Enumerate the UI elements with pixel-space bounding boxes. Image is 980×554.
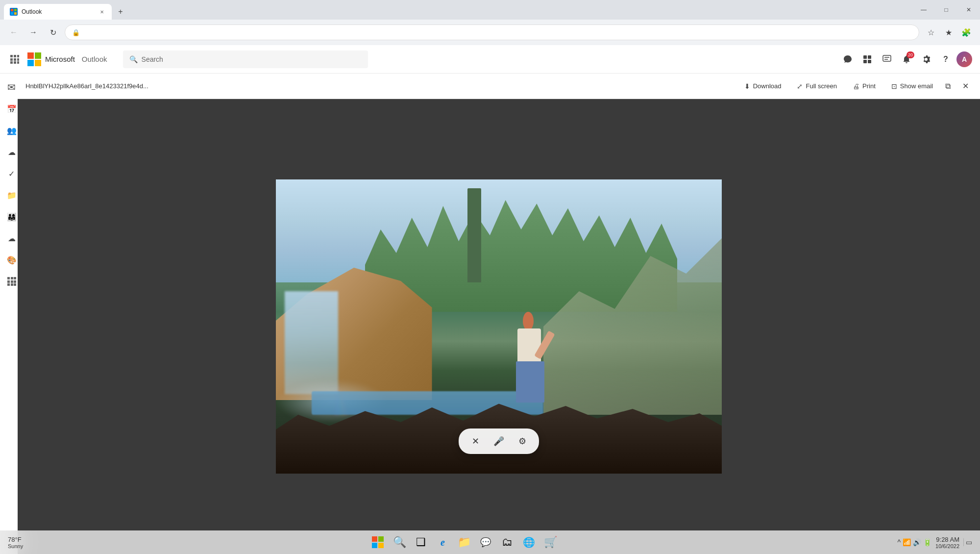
taskbar-search-button[interactable]: 🔍 xyxy=(390,532,409,552)
notifications-button[interactable]: 20 xyxy=(898,50,915,68)
svg-rect-8 xyxy=(14,58,16,61)
new-tab-button[interactable]: + xyxy=(114,5,127,19)
store-button[interactable]: 🛒 xyxy=(540,532,560,552)
svg-rect-15 xyxy=(27,60,34,66)
photo-area: ✕ 🎤 ⚙ xyxy=(18,99,980,554)
microsoft-logo[interactable]: Microsoft xyxy=(27,52,75,66)
feedback-button[interactable] xyxy=(878,50,896,68)
download-icon: ⬇ xyxy=(744,82,750,90)
svg-rect-26 xyxy=(14,277,16,279)
open-new-window-button[interactable]: ⧉ xyxy=(941,79,955,93)
svg-rect-10 xyxy=(10,61,13,64)
edge-browser-button[interactable]: e xyxy=(433,532,452,552)
download-label: Download xyxy=(753,82,782,90)
svg-rect-11 xyxy=(14,61,16,64)
floating-close-button[interactable]: ✕ xyxy=(466,432,484,450)
svg-rect-28 xyxy=(11,280,13,283)
svg-rect-18 xyxy=(868,55,871,59)
show-desktop-button[interactable]: ▭ xyxy=(963,538,972,546)
collections-button[interactable]: ★ xyxy=(941,25,956,40)
settings-button[interactable] xyxy=(917,50,935,68)
teams-button[interactable]: 💬 xyxy=(476,532,495,552)
close-viewer-button[interactable]: ✕ xyxy=(958,79,972,93)
svg-rect-31 xyxy=(11,283,13,286)
floating-mic-button[interactable]: 🎤 xyxy=(490,432,508,450)
taskbar-clock[interactable]: 9:28 AM 10/6/2022 xyxy=(935,536,959,549)
floating-settings-button[interactable]: ⚙ xyxy=(514,432,531,450)
svg-rect-14 xyxy=(35,52,41,59)
svg-rect-7 xyxy=(10,58,13,61)
attachment-viewer: HnblBlYHJ2pllkAe86arI_8e1423321f9e4d... … xyxy=(18,74,980,554)
tall-tree xyxy=(467,188,481,282)
svg-rect-1 xyxy=(14,9,17,11)
taskbar: 78°F Sunny 🔍 ❑ e 📁 💬 🗂 🌐 🛒 ^ 📶 🔊 🔋 xyxy=(0,530,980,554)
file-explorer-2-button[interactable]: 🗂 xyxy=(497,532,517,552)
show-email-button[interactable]: ⊡ Show email xyxy=(887,80,937,92)
fullscreen-button[interactable]: ⤢ Full screen xyxy=(793,80,841,92)
svg-rect-19 xyxy=(863,60,867,63)
svg-rect-2 xyxy=(11,12,13,15)
current-date: 10/6/2022 xyxy=(935,543,959,549)
print-icon: 🖨 xyxy=(853,82,859,90)
person-figure xyxy=(512,312,548,415)
attachment-right-actions: ⊡ Show email ⧉ ✕ xyxy=(887,79,972,93)
maximize-button[interactable]: □ xyxy=(935,0,957,20)
svg-rect-16 xyxy=(35,60,41,66)
svg-rect-32 xyxy=(14,283,16,286)
taskbar-left: 78°F Sunny xyxy=(8,536,31,549)
forward-button[interactable]: → xyxy=(25,25,41,40)
svg-rect-29 xyxy=(14,280,16,283)
taskbar-weather[interactable]: 78°F Sunny xyxy=(8,536,23,549)
browser-actions: ☆ ★ 🧩 xyxy=(923,25,974,40)
svg-rect-33 xyxy=(372,536,377,542)
chevron-up-icon[interactable]: ^ xyxy=(897,538,901,546)
volume-icon[interactable]: 🔊 xyxy=(913,538,921,546)
person-body xyxy=(517,328,540,365)
url-bar[interactable]: 🔒 xyxy=(65,25,919,40)
extensions-button[interactable]: 🧩 xyxy=(958,25,974,40)
back-button[interactable]: ← xyxy=(6,25,22,40)
tab-favicon xyxy=(10,8,18,16)
lock-icon: 🔒 xyxy=(72,29,80,36)
network-icon[interactable]: 📶 xyxy=(903,538,911,546)
svg-rect-36 xyxy=(378,543,384,548)
attachment-toolbar: HnblBlYHJ2pllkAe86arI_8e1423321f9e4d... … xyxy=(18,74,980,99)
refresh-button[interactable]: ↻ xyxy=(45,25,61,40)
svg-rect-4 xyxy=(10,55,13,57)
download-button[interactable]: ⬇ Download xyxy=(740,80,785,92)
person-pants xyxy=(516,361,544,403)
help-button[interactable]: ? xyxy=(937,50,955,68)
print-button[interactable]: 🖨 Print xyxy=(849,80,880,92)
current-time: 9:28 AM xyxy=(935,536,959,543)
svg-rect-0 xyxy=(11,9,13,11)
taskbar-right: ^ 📶 🔊 🔋 9:28 AM 10/6/2022 ▭ xyxy=(897,536,972,549)
taskbar-center: 🔍 ❑ e 📁 💬 🗂 🌐 🛒 xyxy=(31,532,897,552)
search-placeholder: Search xyxy=(142,55,163,63)
floating-toolbar: ✕ 🎤 ⚙ xyxy=(459,428,539,454)
battery-icon[interactable]: 🔋 xyxy=(923,538,931,546)
svg-rect-6 xyxy=(17,55,19,57)
outlook-header: Microsoft Outlook 🔍 Search xyxy=(0,45,980,74)
photo-canvas: ✕ 🎤 ⚙ xyxy=(276,179,722,474)
edge-2-button[interactable]: 🌐 xyxy=(519,532,539,552)
active-tab[interactable]: Outlook ✕ xyxy=(4,4,112,20)
chat-button[interactable] xyxy=(839,50,857,68)
svg-rect-27 xyxy=(7,280,10,283)
svg-rect-24 xyxy=(7,277,10,279)
tab-close-button[interactable]: ✕ xyxy=(98,8,106,16)
svg-rect-34 xyxy=(378,536,384,542)
favorites-button[interactable]: ☆ xyxy=(923,25,939,40)
search-bar[interactable]: 🔍 Search xyxy=(123,50,368,68)
window-controls: — □ ✕ xyxy=(912,0,980,20)
close-window-button[interactable]: ✕ xyxy=(957,0,980,20)
apps-button[interactable] xyxy=(858,50,876,68)
print-label: Print xyxy=(862,82,876,90)
person-head xyxy=(523,312,534,330)
main-layout: ✉ 📅 👥 ☁ ✓ 📁 👨‍👩‍👧 ☁ 🎨 HnblBlYHJ2pllkAe86… xyxy=(0,74,980,554)
file-explorer-button[interactable]: 📁 xyxy=(454,532,474,552)
minimize-button[interactable]: — xyxy=(912,0,935,20)
start-button[interactable] xyxy=(368,532,388,552)
avatar[interactable]: A xyxy=(956,51,972,67)
app-launcher-button[interactable] xyxy=(8,52,22,66)
task-view-button[interactable]: ❑ xyxy=(411,532,431,552)
